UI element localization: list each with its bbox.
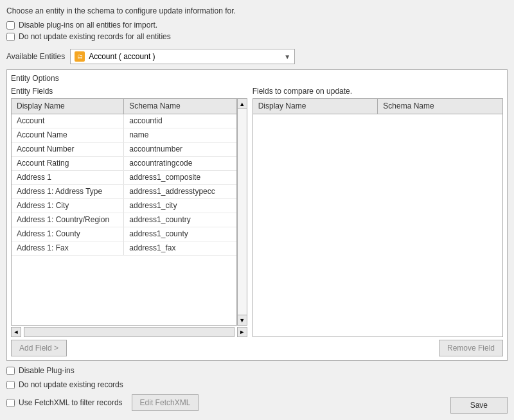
- no-update-checkbox[interactable]: [6, 33, 15, 41]
- left-vertical-scrollbar[interactable]: ▲ ▼: [237, 98, 247, 326]
- instructions-text: Choose an entity in the schema to config…: [6, 6, 508, 15]
- bottom-no-update-label: Do not update existing records: [19, 380, 123, 389]
- available-entities-row: Available Entities 🗂 Account ( account )…: [6, 49, 508, 64]
- right-header-schema-name: Schema Name: [378, 99, 502, 114]
- add-field-button[interactable]: Add Field >: [11, 340, 67, 356]
- global-options: Disable plug-ins on all entities for imp…: [6, 21, 508, 44]
- left-table-row[interactable]: Account Namename: [12, 128, 236, 143]
- left-cell-schema-name: address1_county: [124, 227, 236, 241]
- left-pane: Entity Fields Display Name Schema Name A…: [11, 87, 247, 356]
- left-cell-display-name: Address 1: Address Type: [12, 185, 124, 198]
- bottom-fetchxml-checkbox[interactable]: [6, 399, 15, 407]
- right-pane: Fields to compare on update. Display Nam…: [253, 87, 503, 356]
- left-cell-display-name: Account Name: [12, 128, 124, 142]
- left-cell-display-name: Address 1: County: [12, 227, 124, 241]
- left-table-row[interactable]: Address 1: Country/Regionaddress1_countr…: [12, 213, 236, 227]
- right-table-body[interactable]: [253, 114, 502, 337]
- entity-icon: 🗂: [75, 51, 85, 62]
- left-header-schema-name: Schema Name: [124, 99, 236, 114]
- left-table: Display Name Schema Name Accountaccounti…: [11, 98, 237, 326]
- entity-options-group: Entity Options Entity Fields Display Nam…: [6, 69, 508, 361]
- left-cell-display-name: Account Number: [12, 143, 124, 156]
- dropdown-chevron-icon: ▼: [284, 53, 290, 60]
- right-table-header: Display Name Schema Name: [253, 99, 502, 114]
- disable-plugins-label: Disable plug-ins on all entities for imp…: [19, 21, 157, 30]
- bottom-fetchxml-label: Use FetchXML to filter records: [19, 398, 123, 407]
- scroll-left-btn[interactable]: ◄: [11, 327, 21, 337]
- bottom-fetchxml-row: Use FetchXML to filter records Edit Fetc…: [6, 394, 199, 411]
- left-cell-display-name: Account: [12, 114, 124, 128]
- bottom-disable-plugins-checkbox[interactable]: [6, 367, 15, 375]
- left-table-row[interactable]: Address 1: Countyaddress1_county: [12, 227, 236, 241]
- add-field-row: Add Field >: [11, 340, 247, 356]
- left-cell-schema-name: address1_city: [124, 199, 236, 213]
- left-table-row[interactable]: Address 1: Address Typeaddress1_addresst…: [12, 185, 236, 199]
- disable-plugins-row: Disable plug-ins on all entities for imp…: [6, 21, 508, 30]
- vscroll-down-btn[interactable]: ▼: [238, 315, 247, 325]
- vscroll-up-btn[interactable]: ▲: [238, 99, 247, 109]
- bottom-actions: Disable Plug-ins Do not update existing …: [6, 366, 508, 414]
- left-cell-display-name: Account Rating: [12, 157, 124, 170]
- edit-fetchxml-button[interactable]: Edit FetchXML: [132, 394, 199, 411]
- bottom-no-update-checkbox[interactable]: [6, 381, 15, 389]
- left-table-row[interactable]: Address 1address1_composite: [12, 171, 236, 185]
- bottom-left: Disable Plug-ins Do not update existing …: [6, 366, 199, 414]
- right-header-display-name: Display Name: [253, 99, 378, 114]
- left-table-header: Display Name Schema Name: [12, 99, 236, 114]
- bottom-no-update-row: Do not update existing records: [6, 380, 199, 389]
- left-cell-display-name: Address 1: City: [12, 199, 124, 213]
- horiz-scroll-area: ◄ ►: [11, 327, 247, 337]
- left-table-row[interactable]: Address 1: Faxaddress1_fax: [12, 241, 236, 256]
- left-table-outer: Display Name Schema Name Accountaccounti…: [11, 98, 247, 326]
- main-container: Choose an entity in the schema to config…: [0, 0, 514, 420]
- left-cell-display-name: Address 1: [12, 171, 124, 184]
- no-update-label: Do not update existing records for all e…: [19, 32, 171, 41]
- left-table-body[interactable]: AccountaccountidAccount NamenameAccount …: [12, 114, 236, 325]
- left-table-row[interactable]: Address 1: Cityaddress1_city: [12, 199, 236, 213]
- left-table-row[interactable]: Account Numberaccountnumber: [12, 143, 236, 157]
- left-cell-schema-name: address1_composite: [124, 171, 236, 184]
- horiz-scroll-track[interactable]: [24, 327, 235, 337]
- left-cell-schema-name: name: [124, 128, 236, 142]
- entity-dropdown[interactable]: 🗂 Account ( account ) ▼: [70, 49, 295, 64]
- both-panes: Entity Fields Display Name Schema Name A…: [11, 87, 503, 356]
- group-legend: Entity Options: [11, 74, 503, 83]
- no-update-row: Do not update existing records for all e…: [6, 32, 508, 41]
- left-header-display-name: Display Name: [12, 99, 124, 114]
- left-cell-display-name: Address 1: Fax: [12, 241, 124, 255]
- fields-compare-label: Fields to compare on update.: [253, 87, 503, 96]
- entity-fields-label: Entity Fields: [11, 87, 247, 96]
- left-cell-schema-name: accountratingcode: [124, 157, 236, 170]
- available-entities-label: Available Entities: [6, 52, 65, 61]
- scroll-right-btn[interactable]: ►: [237, 327, 247, 337]
- save-button[interactable]: Save: [450, 397, 508, 414]
- remove-field-row: Remove Field: [253, 340, 503, 356]
- left-cell-display-name: Address 1: Country/Region: [12, 213, 124, 227]
- remove-field-button[interactable]: Remove Field: [439, 340, 503, 356]
- left-cell-schema-name: address1_addresstypecc: [124, 185, 236, 198]
- left-cell-schema-name: address1_country: [124, 213, 236, 227]
- bottom-disable-plugins-row: Disable Plug-ins: [6, 366, 199, 375]
- left-cell-schema-name: accountnumber: [124, 143, 236, 156]
- left-table-row[interactable]: Account Ratingaccountratingcode: [12, 157, 236, 171]
- left-cell-schema-name: accountid: [124, 114, 236, 128]
- left-table-row[interactable]: Accountaccountid: [12, 114, 236, 128]
- left-cell-schema-name: address1_fax: [124, 241, 236, 255]
- right-table: Display Name Schema Name: [253, 98, 503, 337]
- entity-selected-value: Account ( account ): [89, 52, 155, 61]
- disable-plugins-checkbox[interactable]: [6, 21, 15, 30]
- bottom-right: Save: [450, 397, 508, 414]
- bottom-disable-plugins-label: Disable Plug-ins: [19, 366, 75, 375]
